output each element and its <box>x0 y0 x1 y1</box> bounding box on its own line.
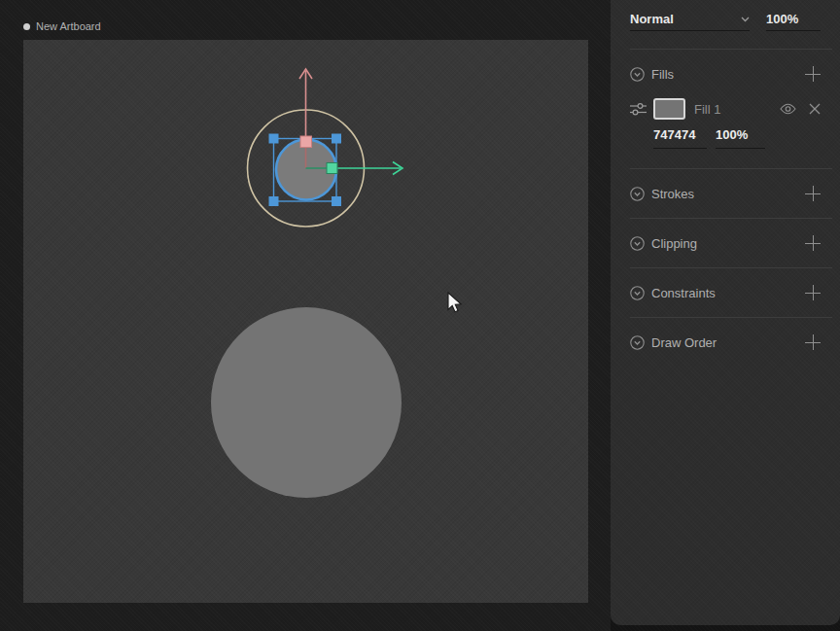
section-constraints-label: Constraints <box>651 286 716 300</box>
add-clipping-button[interactable] <box>805 235 821 251</box>
disclosure-chevron-icon[interactable] <box>630 187 645 201</box>
section-constraints-header: Constraints <box>611 268 840 317</box>
section-draw-order-header: Draw Order <box>611 318 840 367</box>
opacity-value: 100% <box>766 12 798 26</box>
artboard-tag[interactable]: New Artboard <box>23 20 101 32</box>
section-clipping-label: Clipping <box>651 236 697 251</box>
fill-entry-row: Fill 1 <box>611 96 840 122</box>
fill-name-label: Fill 1 <box>694 102 720 117</box>
add-stroke-button[interactable] <box>805 186 821 201</box>
remove-fill-x-icon[interactable] <box>809 103 821 115</box>
disclosure-chevron-icon[interactable] <box>630 67 645 82</box>
visibility-eye-icon[interactable] <box>780 103 796 115</box>
viewport[interactable]: New Artboard <box>0 0 611 631</box>
section-fills-header: Fills <box>611 50 840 98</box>
section-draw-order-label: Draw Order <box>651 335 717 350</box>
disclosure-chevron-icon[interactable] <box>630 236 645 251</box>
artboard-bullet-icon <box>23 23 30 30</box>
section-strokes-header: Strokes <box>611 169 840 218</box>
artboard-label: New Artboard <box>36 20 101 32</box>
fill-opacity-value: 100% <box>716 127 748 142</box>
add-constraint-button[interactable] <box>805 285 821 300</box>
section-clipping-header: Clipping <box>611 219 840 267</box>
disclosure-chevron-icon[interactable] <box>630 335 645 350</box>
section-strokes-label: Strokes <box>651 187 694 201</box>
fill-values-row: 747474 100% <box>611 127 840 149</box>
opacity-input[interactable]: 100% <box>766 8 821 31</box>
fill-hex-input[interactable]: 747474 <box>653 127 707 149</box>
disclosure-chevron-icon[interactable] <box>630 286 645 300</box>
artboard[interactable] <box>23 40 588 603</box>
properties-panel: Normal 100% Fills Fill 1 <box>611 0 840 625</box>
section-fills-label: Fills <box>651 67 674 82</box>
fill-options-sliders-icon[interactable] <box>630 101 647 117</box>
fill-opacity-input[interactable]: 100% <box>716 127 765 149</box>
blend-mode-select[interactable]: Normal <box>630 8 750 31</box>
add-fill-button[interactable] <box>805 66 821 82</box>
fill-color-swatch[interactable] <box>653 98 685 120</box>
chevron-down-icon <box>741 17 750 22</box>
blend-mode-value: Normal <box>630 12 674 26</box>
fill-hex-value: 747474 <box>653 127 695 142</box>
add-draw-order-button[interactable] <box>805 334 821 350</box>
